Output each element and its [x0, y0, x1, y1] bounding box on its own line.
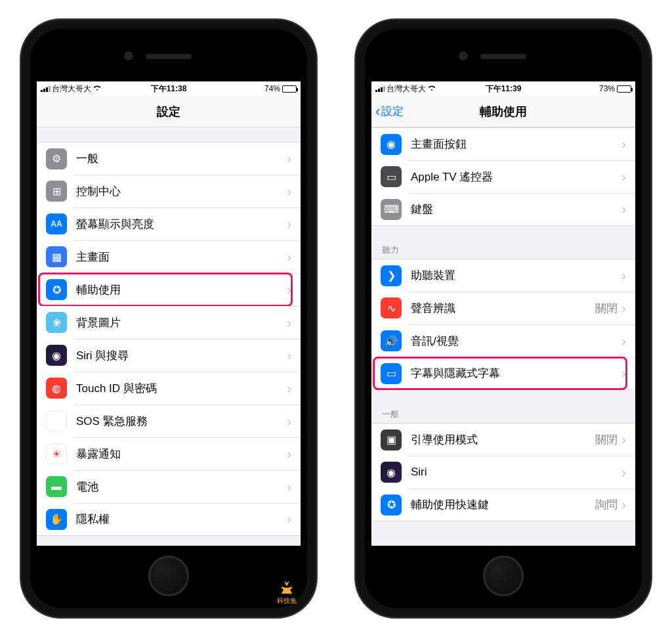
row-label: 字幕與隱藏式字幕 — [411, 366, 621, 381]
battery-pct: 73% — [599, 84, 615, 93]
row-wall[interactable]: ❀背景圖片› — [37, 306, 301, 339]
carrier-label: 台灣大哥大 — [52, 83, 91, 95]
row-label: 鍵盤 — [411, 202, 621, 217]
wifi-icon — [427, 84, 436, 93]
row-general[interactable]: ⚙一般› — [37, 142, 301, 175]
signal-icon — [375, 85, 385, 92]
home-button[interactable] — [483, 556, 524, 596]
phone-left: 台灣大哥大 下午11:38 74% 設定 ⚙一般›⊞控制中心›AA螢幕顯示與亮度… — [21, 20, 316, 617]
row-label: ⾳訊/視覺 — [411, 334, 621, 349]
av-icon: 🔊 — [381, 330, 402, 351]
row-label: Apple TV 遙控器 — [411, 169, 621, 185]
accessibility-list[interactable]: ◉主畫⾯按鈕›▭Apple TV 遙控器›⌨鍵盤›聽力❯助聽裝置›∿聲音辨識關閉… — [371, 127, 635, 546]
row-label: 輔助使用 — [76, 282, 287, 297]
status-bar: 台灣大哥大 下午11:38 74% — [37, 81, 301, 96]
row-label: 螢幕顯示與亮度 — [76, 217, 287, 232]
carrier-label: 台灣大哥大 — [387, 83, 426, 95]
chevron-right-icon: › — [287, 414, 291, 429]
row-label: 主畫⾯ — [76, 250, 287, 265]
sos-icon: SOS — [46, 410, 67, 431]
row-display[interactable]: AA螢幕顯示與亮度› — [37, 208, 301, 240]
row-sound[interactable]: ∿聲音辨識關閉› — [371, 292, 635, 324]
row-label: 電池 — [76, 479, 287, 494]
row-homebtn[interactable]: ◉主畫⾯按鈕› — [371, 127, 635, 160]
row-atv[interactable]: ▭Apple TV 遙控器› — [371, 160, 635, 193]
status-bar: 台灣大哥大 下午11:39 73% — [371, 81, 635, 96]
wifi-icon — [93, 84, 102, 93]
battery-pct: 74% — [264, 84, 280, 93]
group-header-hearing: 聽力 — [371, 240, 635, 259]
row-siri[interactable]: ◉Siri 與搜尋› — [37, 339, 301, 372]
chevron-right-icon: › — [621, 202, 626, 217]
chevron-right-icon: › — [287, 217, 291, 232]
row-label: 控制中心 — [76, 184, 287, 199]
row-sub[interactable]: ▭字幕與隱藏式字幕› — [371, 357, 635, 390]
chevron-right-icon: › — [287, 348, 291, 363]
status-time: 下午11:39 — [461, 83, 546, 95]
row-touchid[interactable]: ◍Touch ID 與密碼› — [37, 372, 301, 405]
sub-icon: ▭ — [381, 363, 402, 384]
hearing-icon: ❯ — [381, 265, 402, 286]
watermark: 科技兔 — [277, 579, 297, 604]
chevron-right-icon: › — [287, 512, 291, 527]
battery-icon — [282, 85, 297, 93]
chevron-right-icon: › — [287, 151, 291, 166]
exposure-icon: ☀ — [46, 443, 67, 464]
row-keyboard[interactable]: ⌨鍵盤› — [371, 193, 635, 226]
row-label: 一般 — [76, 151, 287, 166]
page-title: 輔助使用 — [480, 104, 527, 120]
screen-left: 台灣大哥大 下午11:38 74% 設定 ⚙一般›⊞控制中心›AA螢幕顯示與亮度… — [37, 81, 301, 546]
touchid-icon: ◍ — [46, 378, 67, 399]
signal-icon — [41, 85, 51, 92]
row-label: 引導使用模式 — [411, 432, 595, 447]
row-label: Touch ID 與密碼 — [76, 381, 287, 396]
chevron-right-icon: › — [287, 381, 291, 396]
row-control[interactable]: ⊞控制中心› — [37, 175, 301, 208]
row-battery[interactable]: ▬電池› — [37, 470, 301, 503]
settings-list[interactable]: ⚙一般›⊞控制中心›AA螢幕顯示與亮度›▦主畫⾯›✪輔助使用›❀背景圖片›◉Si… — [37, 127, 301, 546]
row-subvalue: 詢問 — [595, 497, 618, 512]
general-icon: ⚙ — [46, 148, 67, 169]
atv-icon: ▭ — [381, 166, 402, 187]
short-icon: ✪ — [381, 494, 402, 516]
row-label: 隱私權 — [76, 512, 287, 527]
home-button[interactable] — [148, 556, 189, 596]
back-label: 設定 — [381, 104, 404, 119]
homebtn-icon: ◉ — [381, 134, 402, 155]
bezel: 台灣大哥大 下午11:38 74% 設定 ⚙一般›⊞控制中心›AA螢幕顯示與亮度… — [30, 29, 307, 608]
front-camera — [459, 51, 468, 60]
row-label: 聲音辨識 — [411, 301, 595, 316]
row-hearing[interactable]: ❯助聽裝置› — [371, 259, 635, 292]
row-short[interactable]: ✪輔助使用快速鍵詢問› — [371, 489, 635, 521]
row-siri2[interactable]: ◉Siri› — [371, 456, 635, 489]
front-camera — [124, 51, 133, 60]
row-subvalue: 關閉 — [595, 301, 618, 316]
sound-icon: ∿ — [381, 297, 402, 318]
chevron-right-icon: › — [621, 497, 626, 512]
row-home[interactable]: ▦主畫⾯› — [37, 240, 301, 273]
wall-icon: ❀ — [46, 312, 67, 333]
chevron-right-icon: › — [621, 268, 626, 283]
row-label: 輔助使用快速鍵 — [411, 497, 595, 512]
row-privacy[interactable]: ✋隱私權› — [37, 503, 301, 536]
battery-icon — [617, 85, 631, 93]
chevron-right-icon: › — [287, 282, 291, 297]
group-header-general: 一般 — [371, 405, 635, 423]
row-av[interactable]: 🔊⾳訊/視覺› — [371, 324, 635, 357]
chevron-right-icon: › — [621, 169, 626, 185]
row-label: 背景圖片 — [76, 315, 287, 330]
chevron-right-icon: › — [621, 366, 626, 381]
chevron-right-icon: › — [621, 465, 626, 480]
row-guided[interactable]: ▣引導使用模式關閉› — [371, 423, 635, 456]
row-exposure[interactable]: ☀暴露通知› — [37, 437, 301, 470]
back-button[interactable]: ‹ 設定 — [375, 96, 404, 127]
earpiece — [480, 54, 526, 59]
battery-icon: ▬ — [46, 476, 67, 497]
screen-right: 台灣大哥大 下午11:39 73% ‹ 設定 輔助使用 ◉主畫⾯按鈕›▭ — [371, 81, 635, 546]
chevron-right-icon: › — [287, 250, 291, 265]
chevron-right-icon: › — [287, 447, 291, 462]
row-access[interactable]: ✪輔助使用› — [37, 273, 301, 306]
row-sos[interactable]: SOSSOS 緊急服務› — [37, 405, 301, 437]
phone-right: 台灣大哥大 下午11:39 73% ‹ 設定 輔助使用 ◉主畫⾯按鈕›▭ — [356, 20, 651, 617]
row-label: 助聽裝置 — [411, 268, 621, 283]
